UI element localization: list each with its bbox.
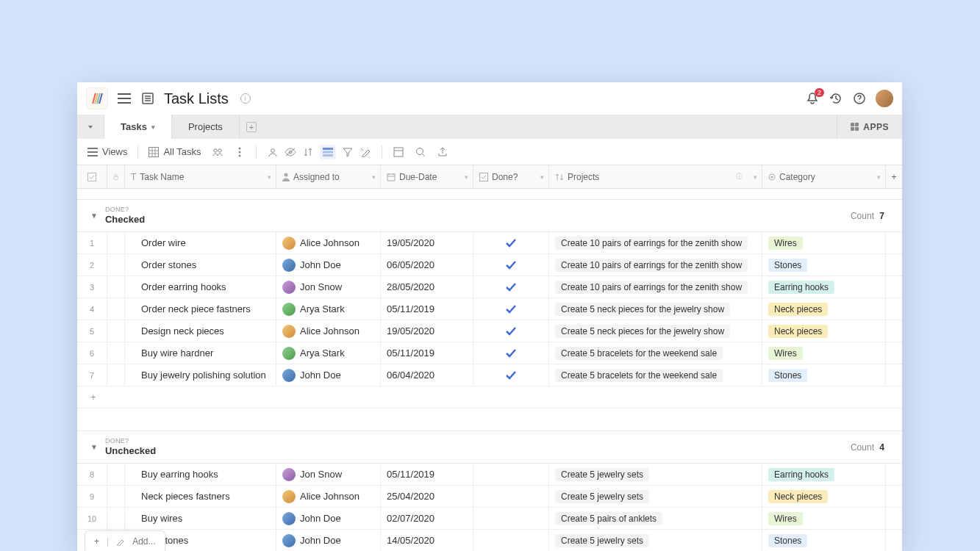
done-cell[interactable] [473, 320, 549, 342]
assignee-cell[interactable]: Alice Johnson [276, 320, 381, 342]
date-cell[interactable]: 06/04/2020 [381, 364, 473, 386]
project-cell[interactable]: Create 5 bracelets for the weekend sale [549, 342, 762, 364]
list-icon[interactable] [140, 91, 155, 106]
assignee-cell[interactable]: Alice Johnson [276, 232, 381, 253]
assignee-cell[interactable]: Alice Johnson [276, 486, 381, 507]
hide-icon[interactable] [285, 146, 296, 158]
column-done[interactable]: Done? ▾ [473, 165, 549, 188]
search-icon[interactable] [415, 146, 426, 158]
task-name-cell[interactable]: Order wire [125, 232, 276, 253]
date-cell[interactable]: 25/04/2020 [381, 486, 473, 507]
column-checkbox[interactable] [77, 165, 107, 188]
people-icon[interactable] [267, 146, 279, 158]
category-cell[interactable]: Stones [762, 254, 886, 276]
done-cell[interactable] [473, 298, 549, 320]
table-row[interactable]: 10 Buy wires John Doe 02/07/2020 Create … [77, 508, 902, 530]
table-row[interactable]: 5 Design neck pieces Alice Johnson 19/05… [77, 320, 902, 342]
category-cell[interactable]: Earring hooks [762, 276, 886, 298]
project-cell[interactable]: Create 5 neck pieces for the jewelry sho… [549, 298, 762, 320]
category-cell[interactable]: Wires [762, 342, 886, 364]
task-name-cell[interactable]: Neck pieces fastners [125, 486, 276, 507]
notifications-button[interactable]: 2 [805, 91, 820, 106]
category-cell[interactable]: Earring hooks [762, 464, 886, 485]
project-cell[interactable]: Create 5 jewelry sets [549, 486, 762, 507]
date-cell[interactable]: 05/11/2019 [381, 464, 473, 485]
task-name-cell[interactable]: Order earring hooks [125, 276, 276, 298]
done-cell[interactable] [473, 342, 549, 364]
column-task-name[interactable]: T Task Name ▾ [125, 165, 276, 188]
menu-icon[interactable] [117, 91, 132, 106]
views-button[interactable]: Views [87, 146, 127, 157]
table-row[interactable]: 11 Buy stones John Doe 14/05/2020 Create… [77, 530, 902, 551]
project-cell[interactable]: Create 5 jewelry sets [549, 464, 762, 485]
category-cell[interactable]: Wires [762, 232, 886, 253]
group-header[interactable]: ▼ DONE? Checked Count 7 [77, 199, 902, 232]
column-projects[interactable]: Projects ⓘ ▾ [549, 165, 762, 188]
category-cell[interactable]: Neck pieces [762, 298, 886, 320]
task-name-cell[interactable]: Order stones [125, 254, 276, 276]
more-icon[interactable] [234, 146, 246, 158]
done-cell[interactable] [473, 530, 549, 551]
table-row[interactable]: 4 Order neck piece fastners Arya Stark 0… [77, 298, 902, 320]
table-row[interactable]: 8 Buy earring hooks Jon Snow 05/11/2019 … [77, 464, 902, 486]
apps-button[interactable]: APPS [837, 115, 902, 139]
info-icon[interactable]: i [240, 93, 251, 104]
add-tab-button[interactable]: + [240, 115, 263, 139]
footer-add-pill[interactable]: + | Add... [85, 530, 165, 551]
column-category[interactable]: Category ▾ [762, 165, 886, 188]
card-view-icon[interactable] [393, 146, 404, 158]
done-cell[interactable] [473, 464, 549, 485]
date-cell[interactable]: 19/05/2020 [381, 320, 473, 342]
category-cell[interactable]: Wires [762, 508, 886, 529]
group-icon[interactable] [320, 145, 336, 159]
assignee-cell[interactable]: Arya Stark [276, 298, 381, 320]
task-name-cell[interactable]: Buy jewelry polishing solution [125, 364, 276, 386]
assignee-cell[interactable]: Jon Snow [276, 276, 381, 298]
project-cell[interactable]: Create 5 pairs of anklets [549, 508, 762, 529]
export-icon[interactable] [437, 146, 448, 158]
category-cell[interactable]: Stones [762, 364, 886, 386]
done-cell[interactable] [473, 364, 549, 386]
table-row[interactable]: 6 Buy wire hardner Arya Stark 05/11/2019… [77, 342, 902, 364]
table-row[interactable]: 7 Buy jewelry polishing solution John Do… [77, 364, 902, 386]
task-name-cell[interactable]: Buy wires [125, 508, 276, 529]
task-name-cell[interactable]: Buy wire hardner [125, 342, 276, 364]
category-cell[interactable]: Neck pieces [762, 486, 886, 507]
column-due-date[interactable]: Due-Date ▾ [381, 165, 473, 188]
collapse-sidebar-button[interactable] [77, 115, 104, 139]
table-row[interactable]: 3 Order earring hooks Jon Snow 28/05/202… [77, 276, 902, 298]
format-icon[interactable] [360, 146, 371, 158]
table-row[interactable]: 9 Neck pieces fastners Alice Johnson 25/… [77, 486, 902, 508]
date-cell[interactable]: 14/05/2020 [381, 530, 473, 551]
date-cell[interactable]: 02/07/2020 [381, 508, 473, 529]
share-view-icon[interactable] [212, 146, 223, 158]
done-cell[interactable] [473, 254, 549, 276]
add-column-button[interactable]: + [886, 165, 902, 188]
project-cell[interactable]: Create 5 neck pieces for the jewelry sho… [549, 320, 762, 342]
table-row[interactable]: 1 Order wire Alice Johnson 19/05/2020 Cr… [77, 232, 902, 254]
date-cell[interactable]: 06/05/2020 [381, 254, 473, 276]
table-row[interactable]: 2 Order stones John Doe 06/05/2020 Creat… [77, 254, 902, 276]
category-cell[interactable]: Neck pieces [762, 320, 886, 342]
add-row-button[interactable]: + [77, 386, 902, 408]
done-cell[interactable] [473, 276, 549, 298]
date-cell[interactable]: 05/11/2019 [381, 298, 473, 320]
all-tasks-view[interactable]: All Tasks [149, 146, 201, 157]
tab-projects[interactable]: Projects [172, 115, 240, 139]
sort-icon[interactable] [302, 146, 314, 158]
user-avatar[interactable] [876, 90, 893, 107]
project-cell[interactable]: Create 10 pairs of earrings for the zeni… [549, 276, 762, 298]
project-cell[interactable]: Create 10 pairs of earrings for the zeni… [549, 232, 762, 253]
tab-tasks[interactable]: Tasks ▾ [104, 115, 172, 139]
category-cell[interactable]: Stones [762, 530, 886, 551]
task-name-cell[interactable]: Buy earring hooks [125, 464, 276, 485]
done-cell[interactable] [473, 486, 549, 507]
date-cell[interactable]: 05/11/2019 [381, 342, 473, 364]
column-assigned-to[interactable]: Assigned to ▾ [276, 165, 381, 188]
date-cell[interactable]: 28/05/2020 [381, 276, 473, 298]
assignee-cell[interactable]: John Doe [276, 508, 381, 529]
project-cell[interactable]: Create 5 jewelry sets [549, 530, 762, 551]
task-name-cell[interactable]: Design neck pieces [125, 320, 276, 342]
assignee-cell[interactable]: John Doe [276, 530, 381, 551]
assignee-cell[interactable]: Arya Stark [276, 342, 381, 364]
